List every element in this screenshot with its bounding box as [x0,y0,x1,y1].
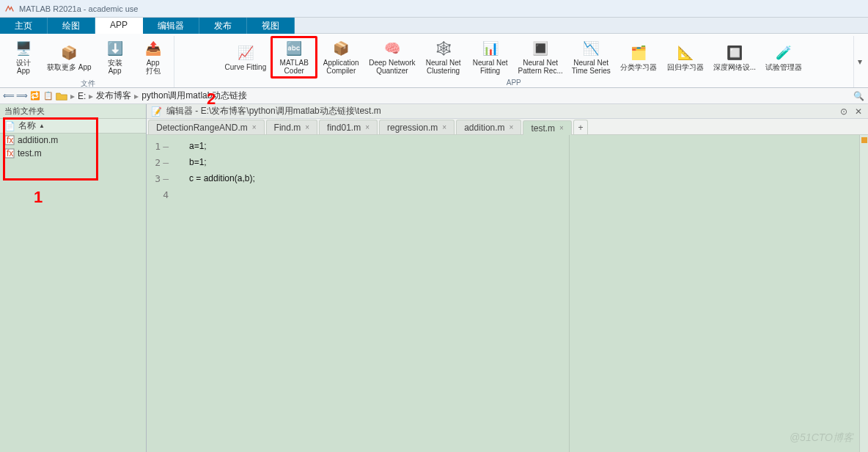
editor-tab[interactable]: addition.m× [456,120,521,134]
app-icon: 🧠 [383,40,401,57]
app-icon: 📐 [677,44,694,62]
editor-tabs: DetectionRangeAND.m×Find.m×find01.m×regr… [147,119,868,135]
editor-tab-add-button[interactable]: + [573,120,588,134]
app-button-neural-net-fitting[interactable]: 📊Neural Net Fitting [467,36,514,79]
code-area[interactable]: a=1;b=1;c = addition(a,b); [173,135,868,452]
nav-browse-button[interactable]: 📋 [43,90,54,102]
code-line[interactable]: b=1; [189,154,859,170]
install-app-button[interactable]: ⬇️ 安装 App [96,36,134,79]
group-apps: 📈Curve Fitting🔤MATLAB Coder📦Application … [174,36,853,87]
tab-view[interactable]: 视图 [247,18,295,34]
app-icon: 📊 [482,40,499,57]
editor-doc-icon: 📝 [151,106,162,117]
m-file-icon: fx [4,135,15,145]
app-button-deep-network-quantizer[interactable]: 🧠Deep Network Quantizer [364,36,419,79]
editor-panel: 📝 编辑器 - E:\发布博客\python调用matlab动态链接\test.… [147,104,868,452]
app-icon: 🔤 [285,40,303,57]
nav-back-button[interactable]: ⟸ [3,90,15,102]
app-icon: 🔲 [726,44,743,62]
file-list: fxaddition.mfxtest.m [0,134,146,452]
app-button-neural-net-clustering[interactable]: 🕸️Neural Net Clustering [420,36,467,79]
app-icon: 🕸️ [435,40,452,57]
app-icon: 📈 [237,44,254,62]
code-line[interactable] [189,186,859,203]
file-item[interactable]: fxtest.m [0,147,146,160]
app-button-matlab-coder[interactable]: 🔤MATLAB Coder [271,36,317,79]
file-item[interactable]: fxaddition.m [0,134,146,147]
path-drive[interactable]: E: [78,91,86,101]
app-icon: 🧪 [775,44,792,62]
code-line[interactable]: a=1; [189,138,859,154]
app-button-curve-fitting[interactable]: 📈Curve Fitting [221,36,271,79]
app-button--[interactable]: 🔲深度网络设... [709,36,760,79]
matlab-logo-icon [4,4,15,14]
editor-message-strip[interactable] [859,135,868,452]
folder-icon [56,91,67,101]
tab-close-icon[interactable]: × [252,123,257,131]
editor-tab[interactable]: DetectionRangeAND.m× [148,120,265,134]
nav-up-button[interactable]: 🔁 [29,90,41,102]
editor-tab[interactable]: regression.m× [379,120,455,134]
code-line[interactable]: c = addition(a,b); [189,170,859,186]
tab-close-icon[interactable]: × [365,123,369,131]
tab-home[interactable]: 主页 [0,18,48,34]
design-app-icon: 🖥️ [15,40,32,57]
path-crumb-1[interactable]: python调用matlab动态链接 [141,90,247,102]
package-icon: 📤 [144,40,162,57]
app-button--[interactable]: 🗂️分类学习器 [615,36,662,79]
gutter-line: 3— [147,170,172,186]
editor-titlebar: 📝 编辑器 - E:\发布博客\python调用matlab动态链接\test.… [147,104,868,119]
editor-dropdown-button[interactable]: ⊙ [839,106,849,117]
tab-plot[interactable]: 绘图 [48,18,95,34]
get-more-app-button[interactable]: 📦 获取更多 App [43,36,96,79]
tab-close-icon[interactable]: × [510,123,514,131]
window-titlebar: MATLAB R2021a - academic use [0,0,868,18]
editor-body[interactable]: 1—2—3—4 a=1;b=1;c = addition(a,b); [147,135,868,452]
package-app-button[interactable]: 📤 App 打包 [134,36,172,79]
gutter-line: 1— [147,138,172,154]
app-button--[interactable]: 🧪试验管理器 [760,36,807,79]
group-file-label: 文件 [81,79,95,87]
app-button-neural-net-time-series[interactable]: 📉Neural Net Time Series [567,36,615,79]
editor-close-button[interactable]: ✕ [853,106,864,117]
gutter-line: 4 [147,186,172,203]
tab-close-icon[interactable]: × [442,123,446,131]
app-button-neural-net-pattern-rec-[interactable]: 🔳Neural Net Pattern Rec... [514,36,567,79]
tab-close-icon[interactable]: × [305,123,309,131]
path-crumb-0[interactable]: 发布博客 [96,90,131,102]
file-list-column-header[interactable]: 📄 名称 ▲ [0,119,146,134]
sort-asc-icon: ▲ [39,123,45,129]
current-folder-header: 当前文件夹 [0,104,146,119]
m-file-icon: fx [4,148,15,158]
app-button--[interactable]: 📐回归学习器 [662,36,709,79]
nav-forward-button[interactable]: ⟹ [16,90,28,102]
file-blank-icon: 📄 [4,121,15,131]
tab-editor[interactable]: 编辑器 [143,18,199,34]
editor-tab[interactable]: find01.m× [319,120,378,134]
pathbar: ⟸ ⟹ 🔁 📋 ▸ E: ▸ 发布博客 ▸ python调用matlab动态链接… [0,88,868,104]
group-file: 🖥️ 设计 App 📦 获取更多 App ⬇️ 安装 App 📤 App 打包 … [3,36,174,87]
app-icon: 🔳 [532,40,549,57]
svg-text:fx: fx [7,148,13,158]
current-folder-panel: 当前文件夹 📄 名称 ▲ fxaddition.mfxtest.m [0,104,147,452]
gutter: 1—2—3—4 [147,135,173,452]
gutter-line: 2— [147,154,172,170]
design-app-button[interactable]: 🖥️ 设计 App [4,36,43,79]
window-title: MATLAB R2021a - academic use [19,4,138,13]
editor-tab[interactable]: test.m× [523,120,572,135]
toolstrip-more-button[interactable]: ▾ [853,36,865,87]
app-button-application-compiler[interactable]: 📦Application Compiler [317,36,364,79]
editor-tab[interactable]: Find.m× [266,120,318,134]
warning-indicator-icon [861,137,867,143]
app-icon: 📉 [582,40,600,57]
workspace: 当前文件夹 📄 名称 ▲ fxaddition.mfxtest.m 📝 编辑器 … [0,104,868,452]
tab-app[interactable]: APP [95,18,143,34]
install-icon: ⬇️ [106,40,124,57]
path-search-button[interactable]: 🔍 [853,91,865,101]
app-icon: 🗂️ [630,44,647,62]
group-apps-label: APP [507,79,521,87]
app-icon: 📦 [332,40,350,57]
tab-close-icon[interactable]: × [559,124,564,132]
tab-publish[interactable]: 发布 [199,18,247,34]
ribbon-toolstrip: 🖥️ 设计 App 📦 获取更多 App ⬇️ 安装 App 📤 App 打包 … [0,34,868,88]
